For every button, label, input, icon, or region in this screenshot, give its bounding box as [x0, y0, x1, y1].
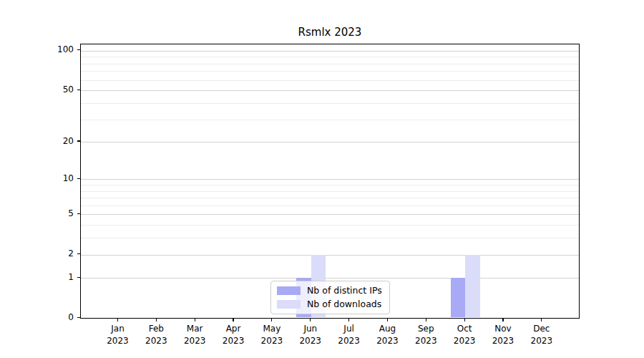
x-tick-month: Jun [291, 323, 331, 335]
x-tick-year: 2023 [291, 335, 331, 347]
x-tick-year: 2023 [406, 335, 446, 347]
y-axis-tick [77, 213, 80, 214]
x-axis-tick [156, 319, 157, 321]
x-tick-month: Dec [522, 323, 562, 335]
x-tick-label: Nov2023 [483, 323, 523, 347]
chart-figure: Rsmlx 2023 0125102050100Jan2023Feb2023Ma… [0, 0, 644, 358]
minor-gridline [81, 120, 579, 120]
x-tick-month: Jul [329, 323, 369, 335]
minor-gridline [81, 64, 579, 64]
x-tick-month: Mar [175, 323, 215, 335]
x-tick-label: Mar2023 [175, 323, 215, 347]
legend-swatch-downloads-icon [277, 300, 301, 309]
x-tick-month: Sep [406, 323, 446, 335]
minor-gridline [81, 103, 579, 104]
x-tick-label: Jun2023 [291, 323, 331, 347]
x-axis-tick [426, 319, 426, 321]
y-axis-tick [77, 178, 80, 179]
x-tick-month: Jan [98, 323, 138, 335]
x-tick-year: 2023 [522, 335, 562, 347]
y-axis-tick [77, 90, 80, 90]
legend: Nb of distinct IPs Nb of downloads [270, 281, 390, 314]
x-axis-tick [117, 319, 118, 321]
minor-gridline [81, 205, 579, 206]
plot-area [80, 44, 580, 319]
legend-item-downloads: Nb of downloads [277, 299, 382, 309]
y-tick-label: 1 [31, 272, 74, 283]
x-tick-year: 2023 [483, 335, 523, 347]
x-tick-label: Sep2023 [406, 323, 446, 347]
y-tick-label: 5 [31, 208, 74, 219]
x-axis-tick [195, 319, 195, 321]
x-tick-label: Apr2023 [213, 323, 253, 347]
y-tick-label: 2 [31, 248, 74, 259]
legend-label-downloads: Nb of downloads [307, 299, 381, 309]
x-axis-tick [541, 319, 542, 321]
y-tick-label: 10 [31, 173, 74, 184]
x-tick-month: Nov [483, 323, 523, 335]
x-tick-year: 2023 [444, 335, 484, 347]
x-tick-year: 2023 [175, 335, 215, 347]
y-axis-tick [77, 140, 80, 141]
x-tick-label: Feb2023 [136, 323, 176, 347]
x-tick-month: Feb [136, 323, 176, 335]
minor-gridline [81, 57, 579, 57]
y-tick-label: 100 [31, 44, 74, 55]
major-gridline [81, 255, 579, 256]
x-tick-year: 2023 [252, 335, 292, 347]
major-gridline [81, 51, 579, 52]
chart-title: Rsmlx 2023 [80, 26, 580, 39]
x-tick-label: Aug2023 [367, 323, 407, 347]
x-tick-year: 2023 [329, 335, 369, 347]
major-gridline [81, 179, 579, 180]
x-tick-year: 2023 [136, 335, 176, 347]
bar-distinct-ips [451, 278, 466, 317]
minor-gridline [81, 80, 579, 81]
y-tick-label: 20 [31, 136, 74, 147]
major-gridline [81, 90, 579, 91]
major-gridline [81, 142, 579, 142]
legend-item-distinct-ips: Nb of distinct IPs [277, 285, 382, 296]
minor-gridline [81, 71, 579, 72]
x-axis-tick [502, 319, 503, 321]
x-tick-year: 2023 [367, 335, 407, 347]
x-axis-tick [464, 319, 465, 321]
minor-gridline [81, 225, 579, 226]
bar-downloads [465, 255, 480, 317]
y-tick-label: 0 [31, 312, 74, 323]
x-tick-year: 2023 [213, 335, 253, 347]
legend-label-distinct-ips: Nb of distinct IPs [307, 285, 382, 296]
y-axis-tick [77, 253, 80, 254]
major-gridline [81, 214, 579, 215]
x-tick-label: Dec2023 [522, 323, 562, 347]
x-tick-month: Aug [367, 323, 407, 335]
x-tick-year: 2023 [98, 335, 138, 347]
x-tick-label: Jan2023 [98, 323, 138, 347]
y-axis-tick [77, 277, 80, 278]
legend-swatch-distinct-ips-icon [277, 286, 301, 295]
y-axis-tick [77, 49, 80, 50]
y-axis-tick [77, 317, 80, 318]
minor-gridline [81, 198, 579, 198]
x-tick-label: May2023 [252, 323, 292, 347]
x-tick-month: Oct [444, 323, 484, 335]
x-axis-tick [387, 319, 388, 321]
x-tick-month: Apr [213, 323, 253, 335]
x-tick-label: Oct2023 [444, 323, 484, 347]
y-tick-label: 50 [31, 84, 74, 95]
x-axis-tick [310, 319, 311, 321]
x-axis-tick [348, 319, 349, 321]
x-tick-label: Jul2023 [329, 323, 369, 347]
x-tick-month: May [252, 323, 292, 335]
x-axis-tick [233, 319, 233, 321]
minor-gridline [81, 191, 579, 192]
x-axis-tick [271, 319, 272, 321]
minor-gridline [81, 238, 579, 238]
major-gridline [81, 278, 579, 279]
minor-gridline [81, 185, 579, 185]
